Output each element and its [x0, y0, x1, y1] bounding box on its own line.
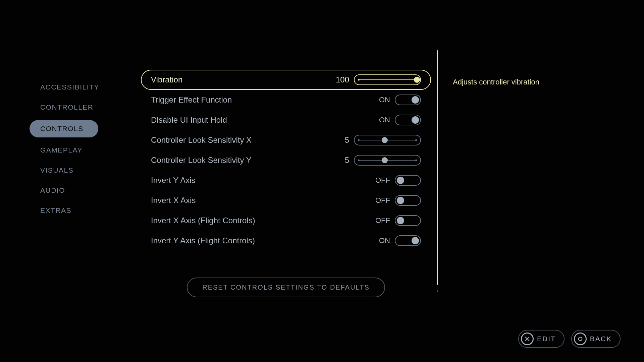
sidebar-item-controls[interactable]: CONTROLS [30, 120, 98, 137]
setting-control: ON [379, 235, 421, 246]
slider-min-dot [358, 139, 360, 141]
sidebar-item-label: ACCESSIBILITY [40, 83, 99, 91]
slider-value: 5 [332, 135, 349, 145]
setting-vibration[interactable]: Vibration 100 [141, 70, 431, 90]
back-label: BACK [590, 335, 612, 343]
edit-button[interactable]: EDIT [518, 330, 565, 348]
slider-thumb[interactable] [382, 137, 388, 143]
setting-description: Adjusts controller vibration [453, 78, 594, 86]
setting-label: Trigger Effect Function [151, 95, 232, 105]
slider-min-dot [358, 160, 360, 161]
slider-min-dot [358, 79, 360, 81]
setting-label: Invert X Axis [151, 196, 196, 205]
setting-control: 5 [332, 155, 421, 166]
toggle-state-label: ON [379, 236, 390, 245]
toggle-thumb [397, 177, 404, 184]
invert-y-flight-toggle[interactable] [395, 235, 421, 246]
sidebar-item-label: CONTROLS [40, 125, 84, 132]
footer-hints: EDIT BACK [518, 330, 621, 348]
vibration-slider[interactable] [354, 74, 421, 85]
settings-list: Vibration 100 Trigger Effect Function ON… [141, 70, 431, 297]
slider-max-dot [415, 139, 417, 141]
setting-label: Disable UI Input Hold [151, 115, 227, 125]
slider-value: 100 [332, 75, 349, 84]
sidebar-item-label: VISUALS [40, 166, 73, 174]
toggle-thumb [397, 217, 404, 224]
setting-trigger-effect[interactable]: Trigger Effect Function ON [141, 90, 431, 110]
sidebar-item-audio[interactable]: AUDIO [30, 180, 123, 200]
circle-button-icon [574, 333, 587, 345]
sidebar-item-label: AUDIO [40, 186, 65, 194]
setting-label: Invert Y Axis [151, 176, 196, 185]
sidebar-item-label: EXTRAS [40, 206, 71, 214]
setting-invert-y-axis[interactable]: Invert Y Axis OFF [141, 170, 431, 190]
slider-thumb[interactable] [382, 157, 388, 163]
toggle-state-label: ON [379, 116, 390, 124]
setting-control: ON [379, 115, 421, 125]
slider-value: 5 [332, 156, 349, 165]
setting-look-sensitivity-x[interactable]: Controller Look Sensitivity X 5 [141, 130, 431, 150]
setting-label: Invert Y Axis (Flight Controls) [151, 236, 255, 245]
sidebar-item-gameplay[interactable]: GAMEPLAY [30, 140, 123, 160]
edit-label: EDIT [537, 335, 556, 343]
toggle-thumb [397, 197, 404, 204]
setting-invert-x-axis[interactable]: Invert X Axis OFF [141, 190, 431, 210]
setting-label: Invert X Axis (Flight Controls) [151, 216, 255, 225]
toggle-state-label: ON [379, 96, 390, 104]
reset-defaults-label: RESET CONTROLS SETTINGS TO DEFAULTS [202, 284, 370, 291]
slider-thumb[interactable] [414, 77, 420, 83]
toggle-state-label: OFF [375, 176, 390, 185]
look-sensitivity-x-slider[interactable] [354, 135, 421, 145]
invert-y-toggle[interactable] [395, 175, 421, 186]
invert-x-toggle[interactable] [395, 195, 421, 206]
toggle-thumb [412, 116, 419, 124]
sidebar-item-controller[interactable]: CONTROLLER [30, 97, 123, 117]
scroll-indicator[interactable] [437, 50, 438, 285]
look-sensitivity-y-slider[interactable] [354, 155, 421, 166]
slider-track [359, 79, 416, 80]
toggle-state-label: OFF [375, 216, 390, 225]
setting-control: OFF [375, 215, 421, 226]
sidebar-item-visuals[interactable]: VISUALS [30, 160, 123, 180]
svg-point-2 [579, 337, 582, 341]
setting-control: ON [379, 95, 421, 105]
setting-invert-y-flight[interactable]: Invert Y Axis (Flight Controls) ON [141, 231, 431, 251]
toggle-thumb [412, 96, 419, 104]
setting-label: Controller Look Sensitivity X [151, 135, 252, 145]
slider-max-dot [415, 160, 417, 161]
setting-label: Controller Look Sensitivity Y [151, 156, 252, 165]
toggle-state-label: OFF [375, 196, 390, 205]
back-button[interactable]: BACK [571, 330, 621, 348]
trigger-effect-toggle[interactable] [395, 95, 421, 105]
setting-control: 100 [332, 74, 421, 85]
setting-label: Vibration [151, 75, 182, 84]
settings-category-sidebar: ACCESSIBILITY CONTROLLER CONTROLS GAMEPL… [30, 77, 123, 221]
sidebar-item-label: GAMEPLAY [40, 146, 83, 154]
reset-defaults-button[interactable]: RESET CONTROLS SETTINGS TO DEFAULTS [187, 278, 385, 297]
cross-button-icon [521, 333, 534, 345]
disable-ui-hold-toggle[interactable] [395, 115, 421, 125]
setting-control: OFF [375, 175, 421, 186]
toggle-thumb [412, 237, 419, 244]
sidebar-item-accessibility[interactable]: ACCESSIBILITY [30, 77, 123, 97]
invert-x-flight-toggle[interactable] [395, 215, 421, 226]
setting-control: 5 [332, 135, 421, 145]
setting-invert-x-flight[interactable]: Invert X Axis (Flight Controls) OFF [141, 210, 431, 231]
sidebar-item-extras[interactable]: EXTRAS [30, 200, 123, 221]
sidebar-item-label: CONTROLLER [40, 103, 94, 111]
setting-look-sensitivity-y[interactable]: Controller Look Sensitivity Y 5 [141, 150, 431, 170]
setting-disable-ui-input-hold[interactable]: Disable UI Input Hold ON [141, 110, 431, 130]
setting-control: OFF [375, 195, 421, 206]
